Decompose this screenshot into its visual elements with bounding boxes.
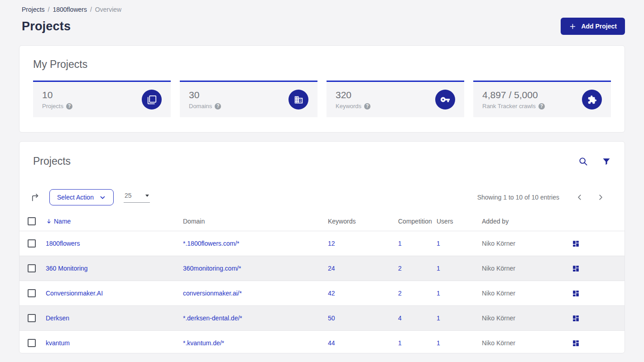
competition-value[interactable]: 2 [398,265,402,272]
table-row: Conversionmaker.AI conversionmaker.ai/* … [19,281,625,305]
project-domain-link[interactable]: conversionmaker.ai/* [183,290,242,297]
prev-page-button[interactable] [569,193,590,201]
table-body: 1800flowers *.1800flowers.com/* 12 1 1 N… [19,231,625,353]
filter-button[interactable] [602,157,611,166]
showing-entries-text: Showing 1 to 10 of 10 entries [477,194,559,201]
stat-card-domains: 30 Domains ? [180,81,317,117]
project-domain-link[interactable]: 360monitoring.com/* [183,265,241,272]
users-value[interactable]: 1 [437,240,440,247]
column-header-name[interactable]: Name [46,218,183,225]
keywords-value[interactable]: 24 [328,265,335,272]
dashboard-icon [572,339,580,347]
page-size-select[interactable]: 25 [124,192,150,203]
projects-panel: Projects Select Action [19,141,625,353]
project-domain-link[interactable]: *.kvantum.de/* [183,339,224,347]
filter-icon [602,157,611,166]
row-checkbox[interactable] [28,339,36,347]
chevron-right-icon [596,193,605,201]
added-by-text: Niko Körner [482,265,515,272]
stat-card-crawls: 4,897 / 5,000 Rank Tracker crawls ? [473,81,611,117]
project-dashboard-button[interactable] [572,339,580,347]
table-row: 360 Monitoring 360monitoring.com/* 24 2 … [19,256,625,281]
help-icon[interactable]: ? [215,103,221,110]
caret-down-icon [145,195,149,197]
column-header-keywords[interactable]: Keywords [328,218,398,225]
stat-card-keywords: 320 Keywords ? [327,81,464,117]
stat-value: 30 [189,90,288,100]
stat-value: 10 [42,90,142,100]
next-page-button[interactable] [590,193,611,201]
column-header-competition[interactable]: Competition [398,218,437,225]
help-icon[interactable]: ? [66,103,72,110]
users-value[interactable]: 1 [437,339,440,347]
table-row: kvantum *.kvantum.de/* 44 1 1 Niko Körne… [19,330,625,353]
search-icon [578,157,588,167]
export-arrow-icon [30,192,40,203]
add-project-button[interactable]: Add Project [561,18,625,35]
stat-label: Projects [42,103,63,110]
project-name-link[interactable]: 1800flowers [46,240,80,247]
select-all-checkbox[interactable] [28,217,36,225]
projects-panel-title: Projects [33,155,71,167]
project-domain-link[interactable]: *.1800flowers.com/* [183,240,240,247]
top-bar: Projects / 1800flowers / Overview Projec… [0,0,644,35]
export-button[interactable] [30,192,40,203]
column-header-users[interactable]: Users [437,218,482,225]
column-header-added-by[interactable]: Added by [482,218,572,225]
breadcrumb-item-1800flowers[interactable]: 1800flowers [53,6,87,13]
crawls-stat-icon [582,90,602,110]
add-project-label: Add Project [581,23,617,30]
users-value[interactable]: 1 [437,265,440,272]
row-checkbox[interactable] [28,239,36,248]
keywords-value[interactable]: 12 [328,240,335,247]
stat-label: Rank Tracker crawls [482,103,536,110]
competition-value[interactable]: 1 [398,339,402,347]
competition-value[interactable]: 2 [398,290,402,297]
keywords-value[interactable]: 42 [328,290,335,297]
users-value[interactable]: 1 [437,314,440,322]
table-header: Name Domain Keywords Competition Users A… [19,212,625,231]
table-row: 1800flowers *.1800flowers.com/* 12 1 1 N… [19,231,625,256]
select-action-button[interactable]: Select Action [49,189,114,205]
project-dashboard-button[interactable] [572,240,580,248]
project-name-link[interactable]: 360 Monitoring [46,265,88,272]
competition-value[interactable]: 4 [398,314,402,322]
project-dashboard-button[interactable] [572,265,580,272]
project-name-link[interactable]: Derksen [46,314,69,322]
competition-value[interactable]: 1 [398,240,402,247]
help-icon[interactable]: ? [364,103,370,110]
dashboard-icon [572,314,580,322]
column-header-domain[interactable]: Domain [183,218,328,225]
my-projects-title: My Projects [33,58,611,71]
keywords-value[interactable]: 50 [328,314,335,322]
row-checkbox[interactable] [28,264,36,272]
project-dashboard-button[interactable] [572,314,580,322]
sort-desc-icon [46,218,52,224]
added-by-text: Niko Körner [482,339,515,347]
project-name-link[interactable]: kvantum [46,339,70,347]
breadcrumb-item-projects[interactable]: Projects [22,6,45,13]
row-checkbox[interactable] [28,314,36,322]
stats-row: 10 Projects ? 30 Domains ? [33,81,611,117]
project-domain-link[interactable]: *.derksen-dental.de/* [183,314,242,322]
table-toolbar: Select Action 25 Showing 1 to 10 of 10 e… [19,167,625,212]
project-name-link[interactable]: Conversionmaker.AI [46,290,103,297]
search-button[interactable] [578,157,588,167]
dashboard-icon [572,265,580,272]
stat-value: 320 [336,90,435,100]
project-dashboard-button[interactable] [572,290,580,297]
dashboard-icon [572,290,580,297]
stat-label: Domains [189,103,212,110]
keywords-value[interactable]: 44 [328,339,335,347]
help-icon[interactable]: ? [538,103,545,110]
chevron-left-icon [576,193,584,201]
users-value[interactable]: 1 [437,290,440,297]
dashboard-icon [572,240,580,248]
table-row: Derksen *.derksen-dental.de/* 50 4 1 Nik… [19,305,625,330]
added-by-text: Niko Körner [482,314,515,322]
plus-icon [569,23,577,30]
added-by-text: Niko Körner [482,240,515,247]
breadcrumb-item-overview: Overview [95,6,121,13]
row-checkbox[interactable] [28,289,36,297]
chevron-down-icon [99,194,106,201]
